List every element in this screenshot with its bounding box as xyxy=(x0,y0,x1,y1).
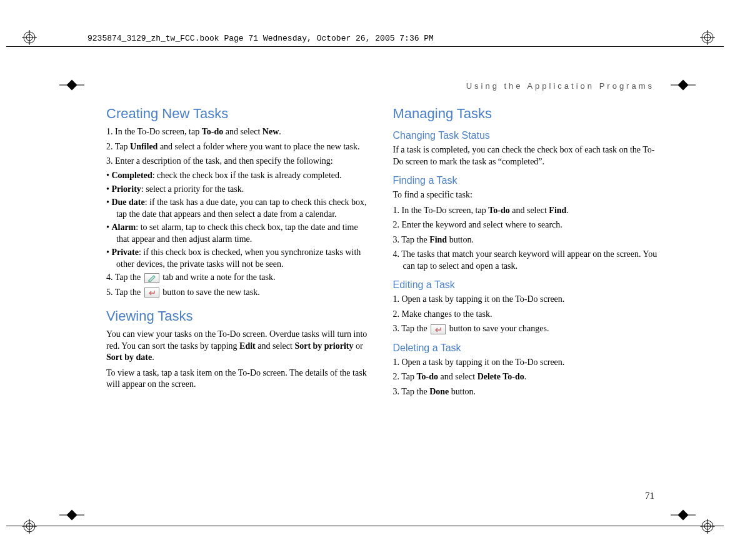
del-step-3: 3. Tap the Done button. xyxy=(393,386,659,398)
registration-mark-icon xyxy=(700,519,715,534)
bullet-alarm: • Alarm: to set alarm, tap to check this… xyxy=(106,222,372,245)
svg-rect-19 xyxy=(678,80,689,91)
find-step-3: 3. Tap the Find button. xyxy=(393,234,659,246)
subhead-deleting: Deleting a Task xyxy=(393,341,659,354)
step-2: 2. Tap Unfiled and select a folder where… xyxy=(106,141,372,152)
registration-mark-icon xyxy=(22,519,37,534)
save-return-icon xyxy=(431,324,446,334)
left-column: Creating New Tasks 1. In the To-Do scree… xyxy=(106,104,372,401)
subhead-finding: Finding a Task xyxy=(393,174,659,187)
footer-rule xyxy=(6,526,724,526)
subhead-changing-status: Changing Task Status xyxy=(393,129,659,142)
page-content: Using the Application Programs Creating … xyxy=(106,81,658,498)
heading-managing-tasks: Managing Tasks xyxy=(393,104,659,122)
note-tab-icon xyxy=(144,273,159,283)
del-step-2: 2. Tap To-do and select Delete To-do. xyxy=(393,371,659,382)
bullet-due-date: • Due date: if the task has a due date, … xyxy=(106,197,372,220)
save-return-icon xyxy=(144,288,159,298)
bullet-priority: • Priority: select a priority for the ta… xyxy=(106,184,372,195)
edit-step-3: 3. Tap the button to save your changes. xyxy=(393,323,659,334)
del-step-1: 1. Open a task by tapping it on the To-D… xyxy=(393,357,659,368)
heading-creating-new-tasks: Creating New Tasks xyxy=(106,104,372,122)
edit-step-2: 2. Make changes to the task. xyxy=(393,309,659,320)
running-header: Using the Application Programs xyxy=(106,81,658,91)
find-step-1: 1. In the To-Do screen, tap To-do and se… xyxy=(393,205,659,216)
registration-mark-icon xyxy=(22,30,37,45)
page-number: 71 xyxy=(645,491,654,501)
svg-rect-23 xyxy=(678,510,689,521)
find-step-2: 2. Enter the keyword and select where to… xyxy=(393,219,659,231)
book-header-meta: 9235874_3129_zh_tw_FCC.book Page 71 Wedn… xyxy=(88,34,434,43)
bullet-private: • Private: if this check box is checked,… xyxy=(106,247,372,270)
alignment-diamond-icon xyxy=(59,508,84,522)
edit-step-1: 1. Open a task by tapping it on the To-D… xyxy=(393,294,659,305)
alignment-diamond-icon xyxy=(59,78,84,92)
viewing-p1: You can view your tasks on the To-Do scr… xyxy=(106,329,372,363)
heading-viewing-tasks: Viewing Tasks xyxy=(106,307,372,325)
viewing-p2: To view a task, tap a task item on the T… xyxy=(106,368,372,391)
find-step-4: 4. The tasks that match your search keyw… xyxy=(393,249,659,272)
step-5: 5. Tap the button to save the new task. xyxy=(106,287,372,298)
step-4: 4. Tap the tab and write a note for the … xyxy=(106,272,372,283)
svg-rect-21 xyxy=(67,510,78,521)
header-rule xyxy=(6,46,724,47)
step-1: 1. In the To-Do screen, tap To-do and se… xyxy=(106,126,372,138)
subhead-editing: Editing a Task xyxy=(393,278,659,291)
find-intro: To find a specific task: xyxy=(393,189,659,201)
registration-mark-icon xyxy=(700,30,715,45)
alignment-diamond-icon xyxy=(671,78,696,92)
alignment-diamond-icon xyxy=(671,508,696,522)
step-3: 3. Enter a description of the task, and … xyxy=(106,156,372,167)
svg-rect-17 xyxy=(67,80,78,91)
right-column: Managing Tasks Changing Task Status If a… xyxy=(393,104,659,401)
bullet-completed: • Completed: check the check box if the … xyxy=(106,170,372,181)
changing-status-p: If a task is completed, you can check th… xyxy=(393,144,659,168)
